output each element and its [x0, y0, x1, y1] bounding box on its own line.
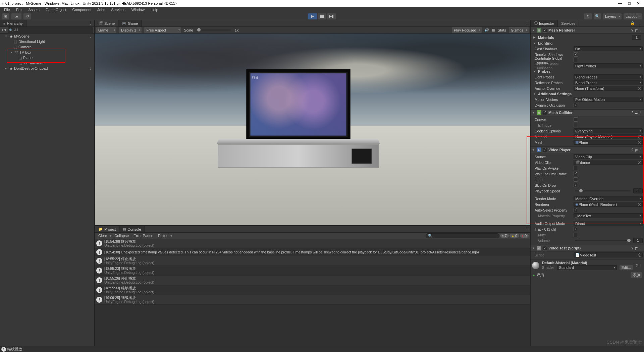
- create-dropdown[interactable]: + ▾: [1, 28, 6, 32]
- menu-services[interactable]: Services: [109, 7, 128, 12]
- audio-icon[interactable]: 🔊: [484, 28, 489, 32]
- hierarchy-plane[interactable]: ⬚Plane: [0, 55, 94, 60]
- minimize-button[interactable]: —: [618, 1, 622, 6]
- tab-hierarchy[interactable]: ≡Hierarchy: [0, 20, 26, 26]
- object-picker-icon[interactable]: [638, 135, 641, 138]
- shader-dropdown[interactable]: Standard: [557, 265, 616, 270]
- log-entry[interactable]: ![18:55:22] 停止播放UnityEngine.Debug:Log (o…: [95, 256, 530, 266]
- preset-icon[interactable]: ⇄: [635, 111, 638, 115]
- tab-project[interactable]: 📁Project: [95, 226, 119, 232]
- edit-material-button[interactable]: Edit...: [620, 265, 633, 270]
- menu-jobs[interactable]: Jobs: [95, 7, 108, 12]
- materials-count[interactable]: 1: [632, 35, 641, 40]
- log-entry[interactable]: ![18:55:26] 停止播放UnityEngine.Debug:Log (o…: [95, 276, 530, 285]
- preset-icon[interactable]: ⇄: [635, 246, 638, 250]
- volume-slider[interactable]: [575, 240, 631, 241]
- add-component-button[interactable]: 添加: [631, 272, 642, 278]
- menu-file[interactable]: File: [1, 7, 13, 12]
- additional-settings-section[interactable]: Additional Settings: [538, 92, 572, 96]
- component-mesh-collider[interactable]: ▼▦Mesh Collider?⇄⋮: [531, 109, 644, 116]
- hierarchy-camera[interactable]: ⬚Camera: [0, 44, 94, 50]
- motion-vectors-dropdown[interactable]: Per Object Motion: [574, 97, 643, 102]
- editor-dropdown[interactable]: Editor: [156, 233, 170, 238]
- video-test-enabled[interactable]: [543, 246, 547, 250]
- object-picker-icon[interactable]: [638, 161, 641, 164]
- account-button[interactable]: ◉: [2, 13, 9, 19]
- audio-output-dropdown[interactable]: Direct: [574, 221, 643, 226]
- menu-icon[interactable]: ⋮: [639, 148, 643, 152]
- help-icon[interactable]: ?: [631, 28, 633, 33]
- tab-game[interactable]: 🎮Game: [118, 20, 142, 26]
- object-picker-icon[interactable]: [638, 87, 641, 90]
- preset-icon[interactable]: ⇄: [635, 148, 638, 152]
- menu-help[interactable]: Help: [148, 7, 161, 12]
- clear-button[interactable]: Clear: [96, 233, 109, 238]
- stats-button[interactable]: Stats: [498, 28, 506, 32]
- convex-checkbox[interactable]: [574, 117, 578, 122]
- console-search[interactable]: 🔍: [426, 233, 499, 238]
- log-entry[interactable]: ![18:55:33] 继续播放UnityEngine.Debug:Log (o…: [95, 285, 530, 295]
- menu-icon[interactable]: ⋮: [639, 263, 643, 268]
- anchor-override-field[interactable]: None (Transform): [574, 86, 643, 91]
- hierarchy-tv-furniture[interactable]: ⬚TV_furniture: [0, 60, 94, 66]
- source-dropdown[interactable]: Video Clip: [574, 154, 643, 159]
- receive-shadows-checkbox[interactable]: [574, 52, 578, 57]
- play-button[interactable]: ▶: [308, 13, 317, 19]
- layers-dropdown[interactable]: Layers: [603, 13, 622, 19]
- menu-assets[interactable]: Assets: [26, 7, 42, 12]
- game-view[interactable]: 抖音: [95, 34, 530, 225]
- skip-on-drop-checkbox[interactable]: [574, 183, 578, 187]
- tile-icon[interactable]: ▦: [492, 28, 495, 32]
- component-video-test[interactable]: ▼#Video Test (Script)?⇄⋮: [531, 245, 644, 251]
- object-picker-icon[interactable]: [638, 203, 641, 206]
- menu-window[interactable]: Window: [129, 7, 147, 12]
- render-mode-dropdown[interactable]: Material Override: [574, 196, 643, 201]
- collapse-button[interactable]: Collapse: [112, 233, 131, 238]
- menu-icon[interactable]: ⋮: [639, 246, 643, 250]
- track-enabled-checkbox[interactable]: [574, 227, 578, 231]
- renderer-field[interactable]: ◉ Plane (Mesh Renderer): [574, 202, 643, 207]
- log-entry[interactable]: ![18:54:38] 继续播放UnityEngine.Debug:Log (o…: [95, 239, 530, 248]
- log-entry[interactable]: ![18:54:38] Unexpected timestamp values …: [95, 248, 530, 256]
- console-log-list[interactable]: ![18:54:38] 继续播放UnityEngine.Debug:Log (o…: [95, 239, 530, 346]
- help-icon[interactable]: ?: [631, 246, 633, 250]
- warn-count-badge[interactable]: 0: [509, 234, 519, 238]
- hierarchy-scene[interactable]: ▼◈MyScene⋮: [0, 34, 94, 39]
- log-entry[interactable]: ![18:55:23] 继续播放UnityEngine.Debug:Log (o…: [95, 266, 530, 276]
- help-icon[interactable]: ?: [631, 111, 633, 115]
- close-button[interactable]: ✕: [637, 1, 640, 6]
- cloud-button[interactable]: ☁: [11, 13, 21, 19]
- gizmos-dropdown[interactable]: Gizmos: [509, 27, 529, 33]
- menu-icon[interactable]: ⋮: [639, 28, 643, 33]
- aspect-dropdown[interactable]: Free Aspect: [144, 27, 181, 33]
- playback-speed-slider[interactable]: [575, 190, 631, 191]
- mesh-field[interactable]: ▦ Plane: [574, 140, 643, 145]
- lock-icon[interactable]: 🔒: [629, 21, 636, 25]
- material-preview[interactable]: Default-Material (Material) ShaderStanda…: [531, 259, 644, 272]
- log-entry[interactable]: ![19:09:25] 继续播放UnityEngine.Debug:Log (o…: [95, 295, 530, 305]
- auto-select-property-checkbox[interactable]: [574, 208, 578, 212]
- dynamic-occlusion-checkbox[interactable]: [574, 103, 578, 107]
- light-probes-dropdown[interactable]: Blend Probes: [574, 74, 643, 79]
- search-button[interactable]: 🔍: [594, 13, 601, 19]
- probes-section[interactable]: Probes: [538, 69, 550, 73]
- materials-section[interactable]: Materials: [538, 36, 554, 40]
- tab-options-icon[interactable]: ⋮: [522, 21, 530, 25]
- reflection-probes-dropdown[interactable]: Blend Probes: [574, 80, 643, 85]
- mute-checkbox[interactable]: [574, 233, 578, 237]
- cooking-options-dropdown[interactable]: Everything: [574, 128, 643, 133]
- play-on-awake-checkbox[interactable]: [574, 166, 578, 170]
- inspector-options-icon[interactable]: ⋮: [636, 21, 644, 25]
- maximize-button[interactable]: □: [628, 1, 631, 6]
- wait-first-frame-checkbox[interactable]: [574, 172, 578, 176]
- display-num-dropdown[interactable]: Display 1: [119, 27, 142, 33]
- tab-services[interactable]: Services: [558, 20, 579, 26]
- hierarchy-options-icon[interactable]: ⋮: [87, 21, 94, 25]
- menu-component[interactable]: Component: [69, 7, 94, 12]
- game-display-dropdown[interactable]: Game: [96, 27, 116, 33]
- loop-checkbox[interactable]: [574, 177, 578, 182]
- tab-console[interactable]: ▤Console: [119, 226, 145, 232]
- video-clip-field[interactable]: 🎬 dance: [574, 160, 643, 165]
- help-icon[interactable]: ?: [636, 263, 638, 268]
- component-mesh-renderer[interactable]: ▼▦Mesh Renderer?⇄⋮: [531, 27, 644, 34]
